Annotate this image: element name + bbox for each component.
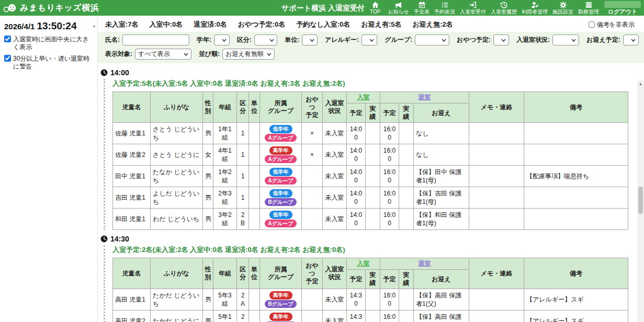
table-row[interactable]: 高田 児童1たかだ じどういち男5年3組2A高学年Bグループ未入室14:3016… <box>113 289 628 310</box>
cell-exit-actual <box>399 289 414 310</box>
nav-item-history[interactable]: 入退室履歴 <box>491 1 517 15</box>
cell-sex: 男 <box>203 187 213 209</box>
cell-snack <box>302 209 323 230</box>
cell-enter-plan: 14:30 <box>347 289 366 310</box>
cell-unit <box>249 166 260 187</box>
col-status: 入退室 状況 <box>323 258 347 289</box>
hide-note-checkbox[interactable] <box>589 21 595 28</box>
group-badge: Aグループ <box>265 220 297 228</box>
col-sex: 性 別 <box>203 258 213 289</box>
slot-summary: 入室予定:2名(未入室:2名 入室中:0名 退室済:0名 お迎え有:2名 お迎え… <box>112 245 644 255</box>
cell-note: 【アレルギー】スギ <box>524 289 628 310</box>
cell-kana: よしだ じどういち <box>151 187 203 209</box>
table-row[interactable]: 田中 児童1たなか じどういち男1年2組1低学年Aグループ未入室14:0016:… <box>113 166 628 187</box>
logout-button[interactable]: ログアウト <box>604 1 641 15</box>
nav-item-megaphone[interactable]: お知らせ <box>388 1 409 15</box>
col-snack: おやつ 予定 <box>302 92 323 123</box>
exit-column-link[interactable]: 退室 <box>419 94 431 101</box>
cell-sex: 男 <box>203 289 213 310</box>
time-slot-14-30: 14:30 入室予定:2名(未入室:2名 入室中:0名 退室済:0名 お迎え有:… <box>99 235 644 322</box>
cell-category: 2A <box>237 289 249 310</box>
display-target-select[interactable]: すべて表示 <box>135 49 191 60</box>
option-early-late-warning-checkbox[interactable] <box>4 55 11 62</box>
hide-note-toggle[interactable]: 備考を非表示 <box>589 20 638 29</box>
cell-exit-plan: 16:00 <box>380 209 399 230</box>
nav-item-gear[interactable]: 施設設定 <box>552 1 573 15</box>
col-class: 年組 <box>213 258 237 289</box>
category-filter-select[interactable] <box>254 34 277 45</box>
table-row[interactable]: 佐藤 児童2さとう じどうに女4年1組1高学年Aグループ×未入室14:0016:… <box>113 144 628 166</box>
cell-pickup: なし <box>414 144 469 166</box>
nav-item-calendar[interactable]: 予定表 <box>414 1 430 15</box>
cell-snack <box>302 289 323 310</box>
scroll-up-arrow[interactable]: ▲ <box>637 82 644 86</box>
cell-memo <box>469 209 524 230</box>
cell-snack: × <box>302 144 323 166</box>
exit-column-link[interactable]: 退室 <box>419 260 431 267</box>
col-exit: 退室 <box>380 258 469 270</box>
nav-item-user-manage[interactable]: 利用者管理 <box>522 1 548 15</box>
option-big-display-checkbox[interactable] <box>4 36 11 42</box>
scrollbar-thumb[interactable] <box>638 187 643 214</box>
name-filter-input[interactable] <box>122 34 189 45</box>
grade-filter-select[interactable] <box>214 34 230 45</box>
nav-item-label: 施設設定 <box>552 9 573 15</box>
enter-column-link[interactable]: 入室 <box>357 94 370 101</box>
cell-enter-plan: 14:00 <box>347 144 366 166</box>
cell-status: 未入室 <box>323 289 347 310</box>
main-panel: 未入室:7名入室中:0名退室済:0名おやつ予定:0名予約なし入室:0名お迎え有:… <box>98 16 644 322</box>
cell-pickup: なし <box>414 123 469 144</box>
allergy-filter-select[interactable] <box>361 34 377 45</box>
work-manage-icon <box>585 1 593 9</box>
clock-icon <box>100 235 108 243</box>
brand-name: みまもりキッズ横浜 <box>20 3 99 14</box>
table-row[interactable]: 吉田 児童1よしだ じどういち男2年3組1低学年Bグループ未入室14:0016:… <box>113 187 628 209</box>
cell-badges: 低学年Aグループ <box>260 166 302 187</box>
nav-item-list[interactable]: 予約状況 <box>434 1 455 15</box>
cell-enter-plan: 14:00 <box>347 187 366 209</box>
cell-memo <box>469 123 524 144</box>
enter-column-link[interactable]: 入室 <box>357 260 370 267</box>
nav-item-home[interactable]: TOP <box>367 1 383 15</box>
cell-sex: 男 <box>203 209 213 230</box>
snack-filter-select[interactable] <box>493 34 509 45</box>
cell-badges: 高学年Aグループ <box>260 144 302 166</box>
nav-item-entry[interactable]: 入退室受付 <box>460 1 486 15</box>
unit-filter-select[interactable] <box>302 34 318 45</box>
cell-badges: 低学年Aグループ <box>260 209 302 230</box>
pickup-filter-select[interactable] <box>623 34 639 45</box>
status-filter-select[interactable] <box>552 34 579 45</box>
main-nav: TOPお知らせ予定表予約状況入退室受付入退室履歴利用者管理施設設定勤務管理 <box>367 1 599 15</box>
sort-order-select[interactable]: お迎え有無順 <box>222 49 275 60</box>
nav-item-work-manage[interactable]: 勤務管理 <box>578 1 599 15</box>
app-header: みまもりキッズ横浜 サポート横浜 入退室受付 TOPお知らせ予定表予約状況入退室… <box>0 0 644 16</box>
content-scrollbar[interactable]: ▲ <box>637 80 644 322</box>
cell-enter-plan: 14:30 <box>347 310 366 322</box>
group-filter-select[interactable] <box>415 34 449 45</box>
group-badge: 高学年 <box>269 313 292 321</box>
brand-logo[interactable]: みまもりキッズ横浜 <box>3 3 99 14</box>
cell-category: 1 <box>237 166 249 187</box>
cell-name: 佐藤 児童2 <box>113 144 151 166</box>
cell-exit-plan: 16:00 <box>380 289 399 310</box>
cell-exit-actual <box>399 187 414 209</box>
cell-status: 未入室 <box>323 209 347 230</box>
table-row[interactable]: 高田 児童2たかだ じどうに男5年1組2A高学年Bグループ未入室14:3016:… <box>113 310 628 322</box>
group-badge: 低学年 <box>269 168 292 176</box>
cell-class: 4年1組 <box>213 144 237 166</box>
cell-enter-actual <box>366 289 380 310</box>
group-badge: 低学年 <box>269 211 292 219</box>
cell-class: 5年3組 <box>213 289 237 310</box>
cell-unit <box>249 289 260 310</box>
table-row[interactable]: 和田 児童1わだ じどういち男3年2組2B低学年Aグループ未入室14:0016:… <box>113 209 628 230</box>
option-big-display[interactable]: 入退室時に画面中央に大きく表示 <box>4 36 93 51</box>
sidebar-scroll-up-arrow[interactable]: ▲ <box>92 24 96 28</box>
group-filter-label: グループ: <box>385 36 412 44</box>
page-title: サポート横浜 入退室受付 <box>281 0 365 16</box>
time-slot-label: 14:00 <box>110 68 129 77</box>
table-row[interactable]: 佐藤 児童1さとう じどういち男1年1組1低学年Aグループ×未入室14:0016… <box>113 123 628 144</box>
logout-button-highlight <box>604 1 641 8</box>
cell-unit <box>249 187 260 209</box>
cell-enter-plan: 14:00 <box>347 209 366 230</box>
option-early-late-warning[interactable]: 30分以上早い・遅い退室時に警告 <box>4 55 93 71</box>
